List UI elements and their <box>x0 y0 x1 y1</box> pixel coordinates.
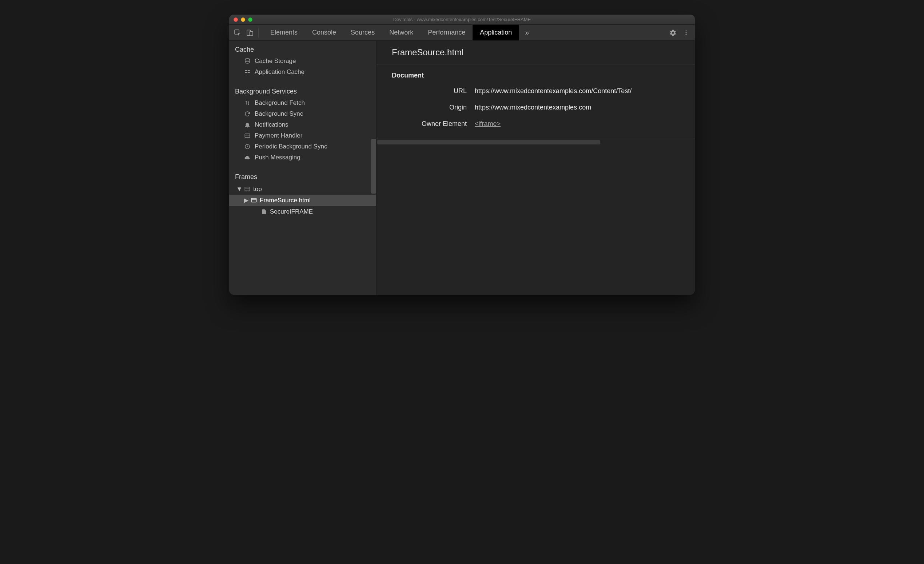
panel-tabs: Elements Console Sources Network Perform… <box>263 25 535 40</box>
document-icon <box>261 208 268 215</box>
sidebar-item-label: Background Fetch <box>255 99 305 106</box>
horizontal-scrollbar-thumb[interactable] <box>377 140 600 144</box>
titlebar: DevTools - www.mixedcontentexamples.com/… <box>229 15 695 25</box>
frame-row-top[interactable]: ▼ top <box>229 184 376 195</box>
frame-label: FrameSource.html <box>260 197 310 204</box>
tab-sources[interactable]: Sources <box>344 25 382 40</box>
document-section: Document URL https://www.mixedcontentexa… <box>376 64 695 139</box>
toolbar-separator <box>258 28 259 38</box>
chevron-down-icon: ▼ <box>237 186 242 193</box>
section-title-cache: Cache <box>229 42 376 56</box>
url-value: https://www.mixedcontentexamples.com/Con… <box>475 87 695 95</box>
svg-rect-14 <box>245 187 250 191</box>
frame-details-panel: FrameSource.html Document URL https://ww… <box>376 41 695 295</box>
svg-rect-7 <box>245 70 247 71</box>
inspect-element-icon[interactable] <box>231 25 244 40</box>
sidebar-item-cache-storage[interactable]: Cache Storage <box>229 56 376 67</box>
svg-rect-8 <box>248 70 250 71</box>
origin-value: https://www.mixedcontentexamples.com <box>475 104 695 111</box>
gear-icon <box>669 29 676 36</box>
chevron-double-right-icon: » <box>525 28 529 37</box>
tab-performance[interactable]: Performance <box>420 25 472 40</box>
frame-row-secureiframe[interactable]: ▶ SecureIFRAME <box>229 206 376 217</box>
sidebar-item-label: Application Cache <box>255 68 304 76</box>
application-sidebar: Cache Cache Storage Application Cache Ba… <box>229 41 376 295</box>
sidebar-item-periodic-background-sync[interactable]: Periodic Background Sync <box>229 141 376 152</box>
sidebar-item-label: Cache Storage <box>255 57 296 65</box>
devtools-window: DevTools - www.mixedcontentexamples.com/… <box>229 15 695 295</box>
sidebar-item-application-cache[interactable]: Application Cache <box>229 67 376 78</box>
kebab-menu-button[interactable] <box>680 30 693 36</box>
sidebar-item-label: Periodic Background Sync <box>255 143 327 150</box>
svg-rect-2 <box>250 31 253 36</box>
clock-icon <box>244 143 251 150</box>
sidebar-item-label: Push Messaging <box>255 154 300 161</box>
sidebar-item-label: Payment Handler <box>255 132 302 140</box>
bell-icon <box>244 121 251 129</box>
row-url: URL https://www.mixedcontentexamples.com… <box>376 83 695 99</box>
sidebar-item-payment-handler[interactable]: Payment Handler <box>229 130 376 141</box>
panel-body: Cache Cache Storage Application Cache Ba… <box>229 41 695 295</box>
svg-point-3 <box>686 30 687 31</box>
sidebar-item-background-sync[interactable]: Background Sync <box>229 108 376 119</box>
document-section-title: Document <box>376 70 695 83</box>
svg-point-6 <box>245 58 249 60</box>
frame-title: FrameSource.html <box>376 41 695 64</box>
tab-console[interactable]: Console <box>305 25 344 40</box>
grid-icon <box>244 68 251 76</box>
minimize-window-button[interactable] <box>241 18 245 22</box>
sidebar-item-label: Background Sync <box>255 110 303 117</box>
tab-elements[interactable]: Elements <box>263 25 305 40</box>
sidebar-item-notifications[interactable]: Notifications <box>229 119 376 130</box>
row-owner-element: Owner Element <iframe> <box>376 116 695 132</box>
sidebar-item-background-fetch[interactable]: Background Fetch <box>229 98 376 108</box>
frames-tree: ▼ top ▶ FrameSource.html ▶ <box>229 183 376 225</box>
card-icon <box>244 132 251 140</box>
svg-rect-9 <box>245 72 247 73</box>
devtools-toolbar: Elements Console Sources Network Perform… <box>229 25 695 41</box>
device-toggle-icon[interactable] <box>244 25 256 40</box>
frame-label: SecureIFRAME <box>270 208 313 215</box>
close-window-button[interactable] <box>234 18 238 22</box>
sidebar-scrollbar[interactable] <box>371 139 376 194</box>
row-origin: Origin https://www.mixedcontentexamples.… <box>376 99 695 116</box>
chevron-right-icon: ▶ <box>244 196 248 204</box>
window-icon <box>244 186 251 193</box>
sync-icon <box>244 110 251 117</box>
svg-rect-16 <box>251 198 256 202</box>
url-label: URL <box>376 87 475 95</box>
sidebar-item-label: Notifications <box>255 121 288 129</box>
section-title-background-services: Background Services <box>229 84 376 98</box>
traffic-lights <box>234 18 252 22</box>
tab-network[interactable]: Network <box>382 25 420 40</box>
frame-label: top <box>253 186 262 193</box>
horizontal-scrollbar-track <box>376 139 695 145</box>
owner-element-label: Owner Element <box>376 120 475 128</box>
arrows-updown-icon <box>244 99 251 106</box>
frame-row-framesource[interactable]: ▶ FrameSource.html <box>229 195 376 206</box>
tab-overflow-button[interactable]: » <box>519 25 535 40</box>
svg-point-4 <box>686 32 687 33</box>
owner-element-link[interactable]: <iframe> <box>475 120 501 128</box>
sidebar-item-push-messaging[interactable]: Push Messaging <box>229 152 376 163</box>
tab-application[interactable]: Application <box>472 25 519 40</box>
cloud-icon <box>244 154 251 161</box>
origin-label: Origin <box>376 104 475 111</box>
dots-vertical-icon <box>683 30 689 36</box>
svg-point-5 <box>686 34 687 35</box>
svg-rect-11 <box>245 134 250 138</box>
zoom-window-button[interactable] <box>248 18 252 22</box>
database-icon <box>244 57 251 65</box>
svg-rect-10 <box>248 72 250 73</box>
window-icon <box>250 197 258 204</box>
window-title: DevTools - www.mixedcontentexamples.com/… <box>229 17 695 22</box>
settings-button[interactable] <box>666 29 680 36</box>
section-title-frames: Frames <box>229 170 376 183</box>
